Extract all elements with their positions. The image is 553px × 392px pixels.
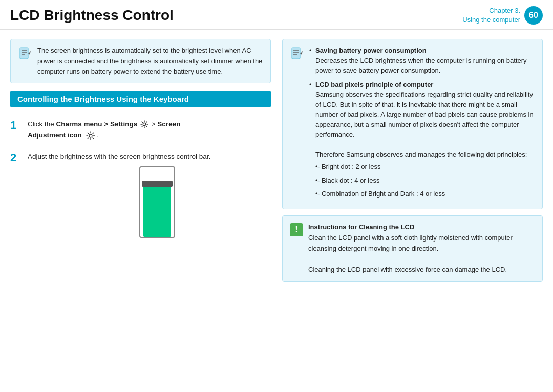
step-1-bold1: Charms menu > Settings	[56, 120, 138, 128]
page-number-badge: 60	[524, 6, 543, 25]
svg-point-5	[143, 123, 146, 126]
brightness-bar-fill	[143, 186, 171, 237]
note-box-right: Saving battery power consumption Decreas…	[282, 39, 543, 209]
note-box-right-content: Saving battery power consumption Decreas…	[309, 46, 535, 203]
brightness-bar-handle	[142, 181, 173, 187]
warning-box: ! Instructions for Cleaning the LCD Clea…	[282, 215, 543, 282]
right-column: Saving battery power consumption Decreas…	[280, 39, 543, 382]
left-column: The screen brightness is automatically s…	[10, 39, 280, 382]
bullet-2-bold: LCD bad pixels principle of computer	[315, 81, 433, 89]
step-2-number: 2	[10, 151, 22, 164]
svg-line-13	[92, 133, 93, 134]
dot-list: - Bright dot : 2 or less - Black dot : 4…	[315, 162, 535, 200]
warning-para2: Cleaning the LCD panel with excessive fo…	[308, 266, 507, 273]
note-icon	[18, 47, 32, 61]
svg-marker-19	[300, 51, 303, 55]
bullet-list-right: Saving battery power consumption Decreas…	[309, 46, 535, 200]
step-2: 2 Adjust the brightness with the screen …	[10, 148, 271, 238]
dot-item-1: - Bright dot : 2 or less	[315, 162, 535, 172]
svg-rect-0	[20, 48, 28, 59]
note-icon-right	[290, 47, 304, 61]
bullet-item-2: LCD bad pixels principle of computer Sam…	[309, 80, 535, 200]
brightness-bar-illustration	[43, 166, 271, 238]
svg-line-14	[88, 138, 89, 139]
step-2-text: Adjust the brightness with the screen br…	[28, 153, 210, 160]
section-heading: Controlling the Brightness Using the Key…	[10, 91, 271, 107]
step-1-gear-icon	[140, 119, 148, 130]
svg-line-11	[88, 133, 89, 134]
main-content: The screen brightness is automatically s…	[0, 30, 553, 387]
dot-item-2: - Black dot : 4 or less	[315, 176, 535, 186]
svg-rect-15	[292, 48, 300, 59]
bullet-2-extra: Therefore Samsung observes and manages t…	[315, 150, 527, 158]
note-box-left: The screen brightness is automatically s…	[10, 39, 271, 83]
dot-item-3: - Combination of Bright and Dark : 4 or …	[315, 189, 535, 200]
page-header: LCD Brightness Control Chapter 3.Using t…	[0, 0, 553, 30]
bullet-2-text: Samsung observes the specifications rega…	[315, 91, 534, 138]
step-1-sun-icon	[86, 129, 95, 141]
warning-heading: Instructions for Cleaning the LCD	[308, 223, 414, 231]
step-1: 1 Click the Charms menu > Settings > Scr…	[10, 116, 271, 141]
brightness-slider-outer	[139, 166, 175, 238]
page-title: LCD Brightness Control	[10, 7, 174, 24]
chapter-label: Chapter 3.Using the computer	[462, 6, 520, 25]
warning-para1: Clean the LCD panel with a soft cloth li…	[308, 234, 513, 252]
note-box-left-text: The screen brightness is automatically s…	[37, 46, 263, 76]
bullet-1-bold: Saving battery power consumption	[315, 47, 427, 54]
chapter-info: Chapter 3.Using the computer 60	[462, 6, 543, 25]
svg-marker-4	[28, 51, 31, 55]
svg-line-12	[92, 138, 93, 139]
step-1-number: 1	[10, 119, 22, 132]
warning-box-content: Instructions for Cleaning the LCD Clean …	[308, 222, 535, 275]
bullet-item-1: Saving battery power consumption Decreas…	[309, 46, 535, 76]
bullet-1-text: Decreases the LCD brightness when the co…	[315, 57, 527, 75]
svg-point-6	[89, 134, 92, 137]
warning-icon: !	[290, 223, 303, 236]
step-1-text: Click the Charms menu > Settings > Scree…	[28, 119, 271, 141]
